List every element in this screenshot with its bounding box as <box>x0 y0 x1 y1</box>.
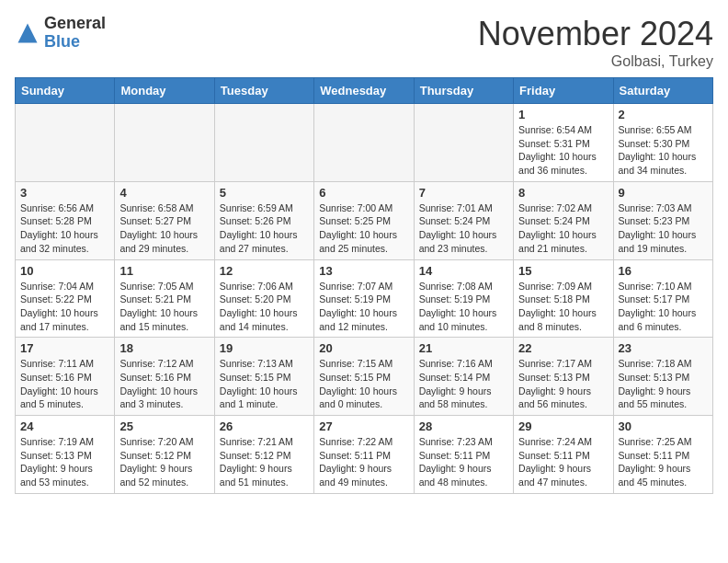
day-info: Sunrise: 7:18 AM Sunset: 5:13 PM Dayligh… <box>619 357 708 411</box>
calendar-cell: 4Sunrise: 6:58 AM Sunset: 5:27 PM Daylig… <box>115 181 214 259</box>
calendar-cell <box>414 104 513 182</box>
calendar-cell: 10Sunrise: 7:04 AM Sunset: 5:22 PM Dayli… <box>16 259 115 338</box>
calendar-table: SundayMondayTuesdayWednesdayThursdayFrid… <box>15 77 713 494</box>
day-info: Sunrise: 7:20 AM Sunset: 5:12 PM Dayligh… <box>119 435 209 489</box>
month-title: November 2024 <box>478 15 713 53</box>
calendar-cell <box>314 104 414 182</box>
day-info: Sunrise: 7:02 AM Sunset: 5:24 PM Dayligh… <box>518 201 608 256</box>
weekday-header-row: SundayMondayTuesdayWednesdayThursdayFrid… <box>16 78 713 104</box>
day-number: 4 <box>119 186 209 200</box>
day-info: Sunrise: 7:23 AM Sunset: 5:11 PM Dayligh… <box>419 435 508 489</box>
day-info: Sunrise: 7:17 AM Sunset: 5:13 PM Dayligh… <box>518 357 608 411</box>
day-number: 11 <box>119 264 209 278</box>
day-info: Sunrise: 6:56 AM Sunset: 5:28 PM Dayligh… <box>20 201 109 256</box>
day-number: 12 <box>220 264 309 278</box>
day-number: 29 <box>518 419 608 433</box>
calendar-cell: 21Sunrise: 7:16 AM Sunset: 5:14 PM Dayli… <box>414 338 513 416</box>
day-info: Sunrise: 7:12 AM Sunset: 5:16 PM Dayligh… <box>119 357 209 411</box>
day-info: Sunrise: 7:03 AM Sunset: 5:23 PM Dayligh… <box>619 201 708 256</box>
day-number: 13 <box>319 264 408 278</box>
day-info: Sunrise: 7:05 AM Sunset: 5:21 PM Dayligh… <box>119 280 209 334</box>
day-number: 10 <box>20 264 109 278</box>
calendar-cell: 5Sunrise: 6:59 AM Sunset: 5:26 PM Daylig… <box>214 181 313 259</box>
day-number: 14 <box>419 264 508 278</box>
logo-icon <box>15 20 40 46</box>
day-number: 5 <box>220 186 309 200</box>
calendar-cell: 15Sunrise: 7:09 AM Sunset: 5:18 PM Dayli… <box>514 259 613 338</box>
weekday-header-wednesday: Wednesday <box>314 78 414 104</box>
location-text: Golbasi, Turkey <box>478 53 713 70</box>
day-number: 28 <box>419 419 508 433</box>
calendar-cell: 20Sunrise: 7:15 AM Sunset: 5:15 PM Dayli… <box>314 338 414 416</box>
calendar-cell: 27Sunrise: 7:22 AM Sunset: 5:11 PM Dayli… <box>314 416 414 494</box>
day-number: 30 <box>619 419 708 433</box>
weekday-header-saturday: Saturday <box>613 78 712 104</box>
day-number: 25 <box>119 419 209 433</box>
day-number: 7 <box>419 186 508 200</box>
day-number: 24 <box>20 419 109 433</box>
calendar-cell: 19Sunrise: 7:13 AM Sunset: 5:15 PM Dayli… <box>214 338 313 416</box>
calendar-cell: 13Sunrise: 7:07 AM Sunset: 5:19 PM Dayli… <box>314 259 414 338</box>
day-number: 6 <box>319 186 408 200</box>
title-block: November 2024 Golbasi, Turkey <box>478 15 713 70</box>
calendar-cell <box>115 104 214 182</box>
calendar-week-3: 10Sunrise: 7:04 AM Sunset: 5:22 PM Dayli… <box>16 259 713 338</box>
day-number: 16 <box>619 264 708 278</box>
calendar-cell: 16Sunrise: 7:10 AM Sunset: 5:17 PM Dayli… <box>613 259 712 338</box>
calendar-cell: 18Sunrise: 7:12 AM Sunset: 5:16 PM Dayli… <box>115 338 214 416</box>
day-info: Sunrise: 7:24 AM Sunset: 5:11 PM Dayligh… <box>518 435 608 489</box>
calendar-cell: 24Sunrise: 7:19 AM Sunset: 5:13 PM Dayli… <box>16 416 115 494</box>
day-info: Sunrise: 6:59 AM Sunset: 5:26 PM Dayligh… <box>220 201 309 256</box>
calendar-week-5: 24Sunrise: 7:19 AM Sunset: 5:13 PM Dayli… <box>16 416 713 494</box>
day-info: Sunrise: 7:04 AM Sunset: 5:22 PM Dayligh… <box>20 280 109 334</box>
calendar-cell: 25Sunrise: 7:20 AM Sunset: 5:12 PM Dayli… <box>115 416 214 494</box>
day-number: 21 <box>419 341 508 355</box>
calendar-cell: 30Sunrise: 7:25 AM Sunset: 5:11 PM Dayli… <box>613 416 712 494</box>
weekday-header-thursday: Thursday <box>414 78 513 104</box>
calendar-cell: 23Sunrise: 7:18 AM Sunset: 5:13 PM Dayli… <box>613 338 712 416</box>
day-info: Sunrise: 7:01 AM Sunset: 5:24 PM Dayligh… <box>419 201 508 256</box>
calendar-cell <box>214 104 313 182</box>
day-info: Sunrise: 6:54 AM Sunset: 5:31 PM Dayligh… <box>518 123 608 178</box>
calendar-cell: 6Sunrise: 7:00 AM Sunset: 5:25 PM Daylig… <box>314 181 414 259</box>
day-info: Sunrise: 7:08 AM Sunset: 5:19 PM Dayligh… <box>419 280 508 334</box>
calendar-cell: 9Sunrise: 7:03 AM Sunset: 5:23 PM Daylig… <box>613 181 712 259</box>
weekday-header-tuesday: Tuesday <box>214 78 313 104</box>
day-info: Sunrise: 7:19 AM Sunset: 5:13 PM Dayligh… <box>20 435 109 489</box>
day-info: Sunrise: 7:00 AM Sunset: 5:25 PM Dayligh… <box>319 201 408 256</box>
day-number: 15 <box>518 264 608 278</box>
calendar-cell: 2Sunrise: 6:55 AM Sunset: 5:30 PM Daylig… <box>613 104 712 182</box>
calendar-cell: 12Sunrise: 7:06 AM Sunset: 5:20 PM Dayli… <box>214 259 313 338</box>
calendar-cell: 14Sunrise: 7:08 AM Sunset: 5:19 PM Dayli… <box>414 259 513 338</box>
calendar-cell: 7Sunrise: 7:01 AM Sunset: 5:24 PM Daylig… <box>414 181 513 259</box>
page-header: General Blue November 2024 Golbasi, Turk… <box>15 15 713 70</box>
day-number: 3 <box>20 186 109 200</box>
logo-general-text: General <box>44 14 106 32</box>
svg-marker-0 <box>18 23 38 42</box>
weekday-header-friday: Friday <box>514 78 613 104</box>
day-info: Sunrise: 7:11 AM Sunset: 5:16 PM Dayligh… <box>20 357 109 411</box>
calendar-cell: 1Sunrise: 6:54 AM Sunset: 5:31 PM Daylig… <box>514 104 613 182</box>
calendar-cell: 28Sunrise: 7:23 AM Sunset: 5:11 PM Dayli… <box>414 416 513 494</box>
calendar-cell: 17Sunrise: 7:11 AM Sunset: 5:16 PM Dayli… <box>16 338 115 416</box>
day-info: Sunrise: 7:06 AM Sunset: 5:20 PM Dayligh… <box>220 280 309 334</box>
calendar-cell: 8Sunrise: 7:02 AM Sunset: 5:24 PM Daylig… <box>514 181 613 259</box>
calendar-week-4: 17Sunrise: 7:11 AM Sunset: 5:16 PM Dayli… <box>16 338 713 416</box>
day-number: 9 <box>619 186 708 200</box>
day-info: Sunrise: 7:16 AM Sunset: 5:14 PM Dayligh… <box>419 357 508 411</box>
calendar-cell: 29Sunrise: 7:24 AM Sunset: 5:11 PM Dayli… <box>514 416 613 494</box>
day-number: 18 <box>119 341 209 355</box>
calendar-cell <box>16 104 115 182</box>
day-number: 26 <box>220 419 309 433</box>
day-number: 8 <box>518 186 608 200</box>
day-info: Sunrise: 7:10 AM Sunset: 5:17 PM Dayligh… <box>619 280 708 334</box>
logo: General Blue <box>15 15 106 52</box>
day-number: 22 <box>518 341 608 355</box>
calendar-week-1: 1Sunrise: 6:54 AM Sunset: 5:31 PM Daylig… <box>16 104 713 182</box>
day-number: 27 <box>319 419 408 433</box>
logo-blue-text: Blue <box>44 32 80 51</box>
calendar-week-2: 3Sunrise: 6:56 AM Sunset: 5:28 PM Daylig… <box>16 181 713 259</box>
day-info: Sunrise: 6:58 AM Sunset: 5:27 PM Dayligh… <box>119 201 209 256</box>
day-info: Sunrise: 6:55 AM Sunset: 5:30 PM Dayligh… <box>619 123 708 178</box>
day-info: Sunrise: 7:21 AM Sunset: 5:12 PM Dayligh… <box>220 435 309 489</box>
